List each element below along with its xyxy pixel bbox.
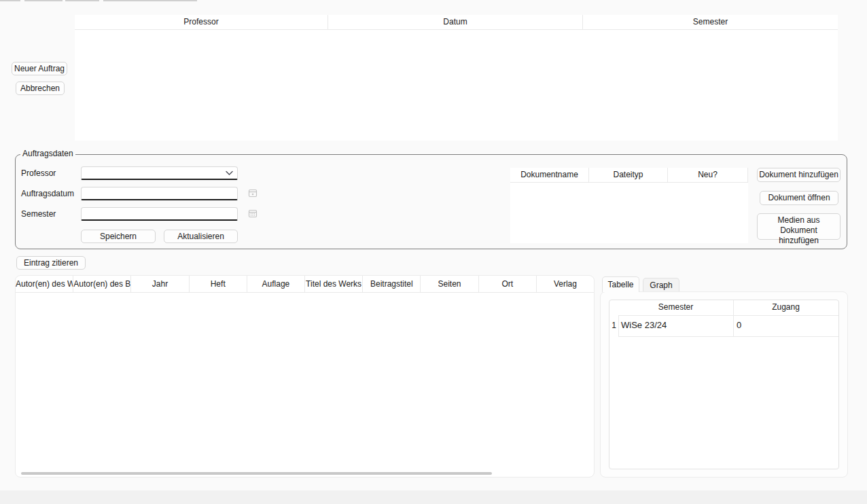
orders-table-body[interactable] [75, 30, 838, 140]
doc-col-dokumentname[interactable]: Dokumentname [510, 168, 589, 182]
order-date-label: Auftragsdatum [21, 189, 74, 198]
semester-input[interactable] [81, 207, 238, 221]
orders-col-datum[interactable]: Datum [328, 15, 583, 29]
stats-cell-semester[interactable]: WiSe 23/24 [618, 315, 733, 336]
window-top-edge-segment [103, 0, 197, 1]
documents-table: Dokumentname Dateityp Neu? [510, 168, 748, 243]
semester-label: Semester [21, 209, 56, 219]
window-top-edge-segment [65, 0, 99, 1]
entries-col-verlag[interactable]: Verlag [537, 276, 594, 292]
window-top-edge-segment [0, 0, 20, 1]
orders-col-professor[interactable]: Professor [75, 15, 328, 29]
cancel-button[interactable]: Abbrechen [16, 82, 65, 95]
groupbox-legend: Auftragsdaten [20, 149, 75, 158]
entries-col-auflage[interactable]: Auflage [247, 276, 305, 292]
entries-col-heft[interactable]: Heft [190, 276, 247, 292]
stats-panel: Semester Zugang 1 WiSe 23/24 0 [600, 291, 848, 478]
open-document-button[interactable]: Dokument öffnen [760, 191, 838, 205]
save-button[interactable]: Speichern [81, 230, 156, 243]
horizontal-scrollbar[interactable] [21, 472, 492, 475]
bottom-strip [0, 490, 867, 504]
order-form-groupbox: Auftragsdaten Professor Auftragsdatum Se… [15, 154, 847, 249]
entries-col-jahr[interactable]: Jahr [131, 276, 189, 292]
refresh-button[interactable]: Aktualisieren [164, 230, 238, 243]
add-document-button[interactable]: Dokument hinzufügen [757, 168, 841, 182]
orders-table: Professor Datum Semester [75, 15, 838, 141]
app-window: Professor Datum Semester Neuer Auftrag A… [0, 0, 867, 504]
documents-table-header: Dokumentname Dateityp Neu? [510, 168, 748, 183]
entries-col-seiten[interactable]: Seiten [421, 276, 478, 292]
tab-tabelle[interactable]: Tabelle [602, 276, 639, 292]
entries-panel: Autor(en) des W Autor(en) des B Jahr Hef… [15, 275, 595, 478]
orders-table-header: Professor Datum Semester [75, 15, 838, 30]
doc-col-neu[interactable]: Neu? [668, 168, 748, 182]
orders-col-semester[interactable]: Semester [583, 15, 838, 29]
doc-col-dateityp[interactable]: Dateityp [589, 168, 668, 182]
stats-cell-zugang[interactable]: 0 [733, 315, 838, 336]
entries-col-autor-werk[interactable]: Autor(en) des W [16, 276, 73, 292]
tab-graph[interactable]: Graph [643, 278, 679, 292]
entries-col-titel-des-werks[interactable]: Titel des Werks [305, 276, 363, 292]
documents-table-body[interactable] [510, 183, 748, 242]
add-media-from-document-button[interactable]: Medien aus Dokument hinzufügen [757, 213, 841, 240]
new-order-button[interactable]: Neuer Auftrag [12, 62, 67, 75]
cite-entry-button[interactable]: Eintrag zitieren [16, 256, 86, 270]
calendar-date-icon[interactable] [248, 188, 258, 198]
entries-table-header: Autor(en) des W Autor(en) des B Jahr Hef… [16, 276, 594, 293]
entries-col-beitragstitel[interactable]: Beitragstitel [363, 276, 421, 292]
window-top-edge-segment [24, 0, 63, 1]
order-date-input[interactable] [81, 187, 238, 200]
stats-col-zugang[interactable]: Zugang [733, 300, 838, 315]
row-number: 1 [609, 315, 618, 336]
entries-col-autor-beitrag[interactable]: Autor(en) des B [73, 276, 131, 292]
semester-stats-table: Semester Zugang 1 WiSe 23/24 0 [609, 300, 839, 469]
professor-combobox[interactable] [81, 166, 238, 180]
professor-label: Professor [21, 168, 56, 178]
row-separator [618, 336, 838, 337]
stats-col-semester[interactable]: Semester [618, 300, 733, 315]
calendar-grid-icon[interactable] [248, 209, 258, 218]
entries-table-body[interactable] [16, 293, 594, 466]
entries-col-ort[interactable]: Ort [479, 276, 537, 292]
